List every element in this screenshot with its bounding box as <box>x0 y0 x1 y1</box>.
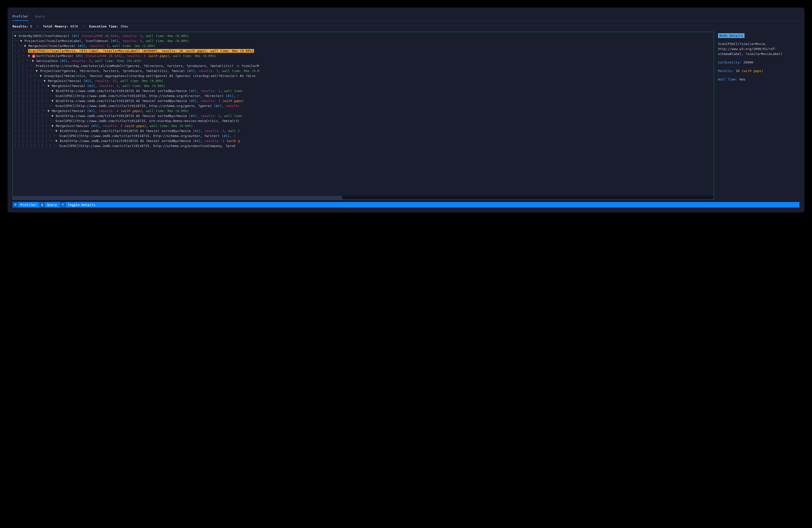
shortcut-key-t: T <box>60 202 66 207</box>
tree-node-label: MergeJoin(?movie) [#1], results: 4 (with… <box>56 124 193 128</box>
caret-down-icon[interactable]: ▼ <box>20 39 24 43</box>
tree-guides: │ │ │ │ │ │ │ └─ <box>14 84 47 88</box>
caret-down-icon[interactable]: ▼ <box>52 99 56 103</box>
tree-guides: │ │ │ │ │ │ │ │ └─ <box>14 114 52 118</box>
shortcut-key-q: Q <box>39 202 45 207</box>
tree-guides: │ │ │ └─ <box>14 59 32 63</box>
tree-node-label: Scan[SPOC](http://www.imdb.com/title/tt0… <box>59 144 235 148</box>
tree-guides: │ │ └─ <box>14 54 28 58</box>
tree-row[interactable]: │ │ │ │ │ │ │ │ └─ ▼ Bind(http://www.imd… <box>13 99 714 103</box>
caret-down-icon[interactable]: ▼ <box>52 89 56 93</box>
tree-guides: │ │ │ │ │ │ │ │ │ └─ <box>14 94 55 98</box>
tree-guides: │ └─ <box>14 44 24 48</box>
cardinality-label: Cardinality: <box>718 60 741 64</box>
tree-row[interactable]: │ │ │ │ │ │ │ │ │ └─ Scan[SPOC](http://w… <box>13 93 714 99</box>
tree-row[interactable]: │ │ │ │ │ │ │ └─ ▼ MergeJoin(?movie) [#1… <box>13 84 714 88</box>
caret-down-icon[interactable]: ▼ <box>32 59 36 63</box>
tree-node-label: Sort(?similarMovie) [#5] {total=256K 28.… <box>36 54 216 58</box>
tree-guides: │ │ └─ <box>14 49 28 53</box>
tree-node-label: Bind(http://www.imdb.com/title/tt0118715… <box>56 99 244 103</box>
separator-dot: • <box>83 25 85 28</box>
tree-row[interactable]: │ │ │ │ │ │ │ │ │ └─ ▼ Bind(http://www.i… <box>13 138 714 144</box>
tree-row[interactable]: │ │ │ │ │ │ │ │ │ │ └─ Scan[SPOC](http:/… <box>13 144 714 148</box>
tree-guides: │ │ │ │ │ │ │ │ │ └─ <box>14 139 55 143</box>
tree-row[interactable]: │ │ │ │ └─ Predict<http://stardog.com/tu… <box>13 63 714 69</box>
main-area: ▼ OrderBy(DESC(?confidence)) [#5] {total… <box>8 32 804 202</box>
tree-row[interactable]: │ │ │ └─ ▼ ServiceJoin [#5], results: 5,… <box>13 59 714 63</box>
tree-row[interactable]: │ │ │ │ │ └─ ▼ Group(by=[?metaCritic, ?m… <box>13 73 714 78</box>
tree-guides: │ │ │ │ │ │ │ │ └─ <box>14 99 52 103</box>
tree-node-label: Scan[SPOC](http://www.imdb.com/title/tt0… <box>55 104 239 108</box>
pipeline-breaker-icon <box>32 55 35 58</box>
tree-row[interactable]: │ │ └─ Scan[PSOC](?similarMovie, rdfs:la… <box>13 48 714 54</box>
details-node-text: Scan[PSOC](?similarMovie, http://www.w3.… <box>718 42 798 57</box>
tree-row[interactable]: │ │ └─ ▼ Sort(?similarMovie) [#5] {total… <box>13 54 714 59</box>
tree-node-label: Group(by=[?metaCritic, ?movie] aggregate… <box>44 74 255 78</box>
caret-down-icon[interactable]: ▼ <box>52 114 56 118</box>
caret-down-icon[interactable]: ▼ <box>28 54 32 58</box>
tree-row[interactable]: └─ ▼ Projection(?similarMovieLabel, ?con… <box>13 39 714 44</box>
details-title: Node Details <box>718 33 744 38</box>
plan-tree[interactable]: ▼ OrderBy(DESC(?confidence)) [#5] {total… <box>13 32 714 196</box>
tree-row[interactable]: │ │ │ │ │ │ │ │ │ └─ Scan[SPOC](http://w… <box>13 118 714 123</box>
shortcut-key-p: P <box>13 202 18 207</box>
caret-down-icon[interactable]: ▼ <box>52 124 56 128</box>
tree-row[interactable]: │ │ │ │ │ │ └─ ▼ MergeJoin(?movie) [#1],… <box>13 78 714 84</box>
caret-down-icon[interactable]: ▼ <box>36 69 40 73</box>
tree-node-label: MergeJoin(?movie) [#1], results: 4 (with… <box>52 109 189 113</box>
tree-node-label: Projection(?genres, ?directors, ?writers… <box>40 69 260 73</box>
caret-down-icon[interactable]: ▼ <box>44 79 47 83</box>
caret-down-icon[interactable]: ▼ <box>24 44 28 48</box>
tree-row[interactable]: │ │ │ │ └─ ▼ Projection(?genres, ?direct… <box>13 69 714 73</box>
tree-guides: │ │ │ │ │ │ │ │ └─ <box>14 89 52 93</box>
tab-query[interactable]: Query <box>35 13 45 21</box>
scrollbar-thumb[interactable] <box>13 196 342 199</box>
tree-guides: │ │ │ │ │ │ │ │ └─ <box>14 124 52 128</box>
tree-row[interactable]: │ │ │ │ │ │ │ │ │ └─ ▼ Bind(http://www.i… <box>13 129 714 133</box>
cardinality-value: 29000 <box>743 60 753 64</box>
app-window: Profiler Query Results: 5 • Total Memory… <box>8 8 804 212</box>
tree-guides: │ │ │ │ │ │ │ │ │ └─ <box>14 129 55 133</box>
shortcut-profiler[interactable]: P Profiler <box>13 202 39 207</box>
details-cardinality: Cardinality: 29000 <box>718 60 798 65</box>
tree-node-label: Scan[PSOC](?similarMovie, rdfs:label, ?s… <box>28 49 254 53</box>
tree-guides: │ │ │ │ │ │ │ │ │ │ └─ <box>14 144 59 148</box>
horizontal-scrollbar[interactable] <box>13 196 714 199</box>
tree-node-label: Projection(?similarMovieLabel, ?confiden… <box>25 39 189 43</box>
caret-down-icon[interactable]: ▼ <box>47 84 52 88</box>
results-label: Results: <box>13 25 28 28</box>
results-value: 5 <box>30 25 32 28</box>
tree-guides: │ │ │ │ │ │ │ │ │ └─ <box>14 119 55 123</box>
tree-guides: │ │ │ │ └─ <box>14 64 36 68</box>
shortcut-label-toggle: Toggle Details <box>66 203 98 207</box>
caret-down-icon[interactable]: ▼ <box>40 74 44 78</box>
caret-down-icon[interactable]: ▼ <box>55 139 59 143</box>
caret-down-icon[interactable]: ▼ <box>55 129 59 133</box>
shortcut-label-query: Query <box>45 203 60 207</box>
tree-row[interactable]: │ │ │ │ │ │ │ │ └─ ▼ MergeJoin(?movie) [… <box>13 123 714 129</box>
exec-time-value: 35ms <box>120 25 128 28</box>
tree-node-label: MergeJoin(?similarMovie) [#5], results: … <box>29 44 156 48</box>
tree-row[interactable]: │ │ │ │ │ │ │ │ └─ ▼ Bind(http://www.imd… <box>13 114 714 118</box>
tree-row[interactable]: │ │ │ │ │ │ │ │ └─ ▼ Bind(http://www.imd… <box>13 88 714 93</box>
tree-guides: │ │ │ │ │ │ │ │ │ └─ <box>14 104 55 108</box>
plan-tree-panel: ▼ OrderBy(DESC(?confidence)) [#5] {total… <box>13 32 714 200</box>
tree-row[interactable]: │ │ │ │ │ │ │ │ │ └─ Scan[SPOC](http://w… <box>13 103 714 108</box>
bottom-shortcut-bar: P Profiler Q Query T Toggle Details <box>13 202 799 207</box>
tree-row[interactable]: │ │ │ │ │ │ │ └─ ▼ MergeJoin(?movie) [#1… <box>13 108 714 114</box>
caret-down-icon[interactable]: ▼ <box>14 34 18 38</box>
shortcut-query[interactable]: Q Query <box>39 202 60 207</box>
tree-node-label: Bind(http://www.imdb.com/title/tt0118715… <box>56 114 244 118</box>
tree-node-label: OrderBy(DESC(?confidence)) [#5] {total=2… <box>19 34 189 38</box>
tree-guides: │ │ │ │ │ │ └─ <box>14 79 44 83</box>
shortcut-toggle-details[interactable]: T Toggle Details <box>60 202 98 207</box>
tree-row[interactable]: ▼ OrderBy(DESC(?confidence)) [#5] {total… <box>13 33 714 39</box>
tree-node-label: Predict<http://stardog.com/tutorial/simM… <box>36 64 259 68</box>
tree-node-label: Bind(http://www.imdb.com/title/tt0118715… <box>56 89 244 93</box>
tree-row[interactable]: │ └─ ▼ MergeJoin(?similarMovie) [#5], re… <box>13 44 714 48</box>
tree-row[interactable]: │ │ │ │ │ │ │ │ │ │ └─ Scan[SPOC](http:/… <box>13 133 714 138</box>
tab-profiler[interactable]: Profiler <box>13 13 28 21</box>
caret-down-icon[interactable]: ▼ <box>47 109 52 113</box>
walltime-label: Wall Time: <box>718 77 738 81</box>
results-value: 10 <box>736 69 740 73</box>
